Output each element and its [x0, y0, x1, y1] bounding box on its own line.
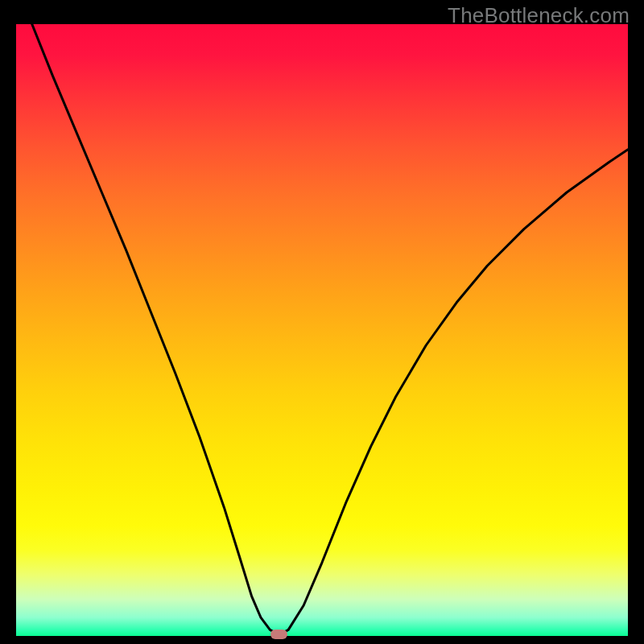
plot-area: [16, 24, 628, 636]
min-marker: [270, 630, 287, 639]
gradient-background: [16, 24, 628, 636]
chart-frame: TheBottleneck.com: [0, 0, 644, 644]
